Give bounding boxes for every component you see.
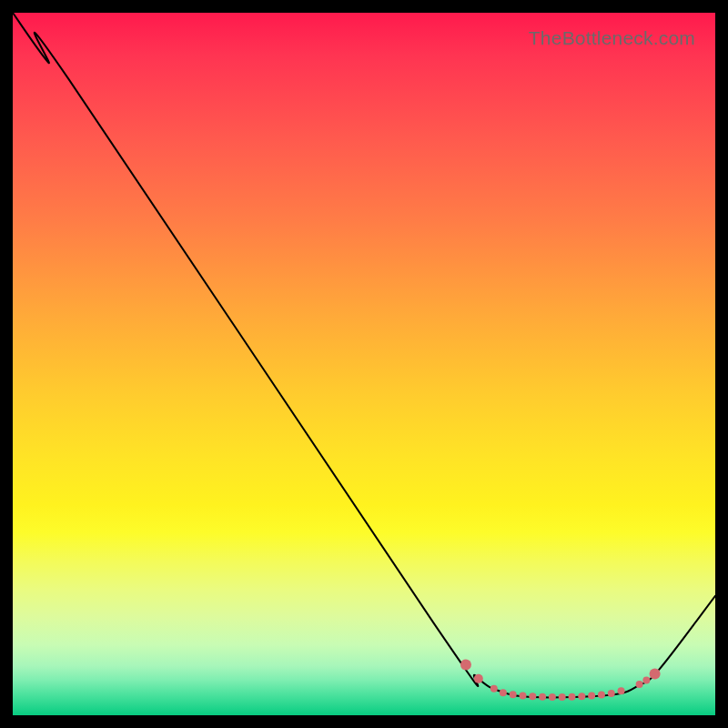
- highlight-dot: [559, 693, 566, 701]
- highlight-dot: [490, 685, 498, 693]
- chart-plot-area: TheBottleneck.com: [13, 13, 715, 715]
- highlight-dot: [510, 691, 517, 698]
- highlight-dot: [529, 693, 536, 700]
- highlight-dot: [519, 692, 526, 699]
- highlight-dot: [608, 690, 615, 697]
- highlight-dot: [500, 689, 507, 696]
- highlight-dot: [650, 668, 661, 679]
- highlight-dot: [636, 681, 643, 688]
- watermark-text: TheBottleneck.com: [529, 27, 695, 49]
- highlight-dot: [460, 659, 471, 670]
- highlight-dot: [642, 676, 650, 683]
- highlight-dot: [618, 687, 625, 694]
- highlight-dot: [578, 693, 585, 700]
- bottleneck-curve: [13, 13, 715, 715]
- highlight-dot: [598, 692, 605, 699]
- highlight-dot: [474, 674, 483, 683]
- highlight-dot: [539, 693, 546, 701]
- highlight-dot: [549, 693, 556, 701]
- highlight-dot: [588, 693, 595, 700]
- optimal-range-dots: [13, 13, 715, 715]
- highlight-dot: [569, 693, 576, 701]
